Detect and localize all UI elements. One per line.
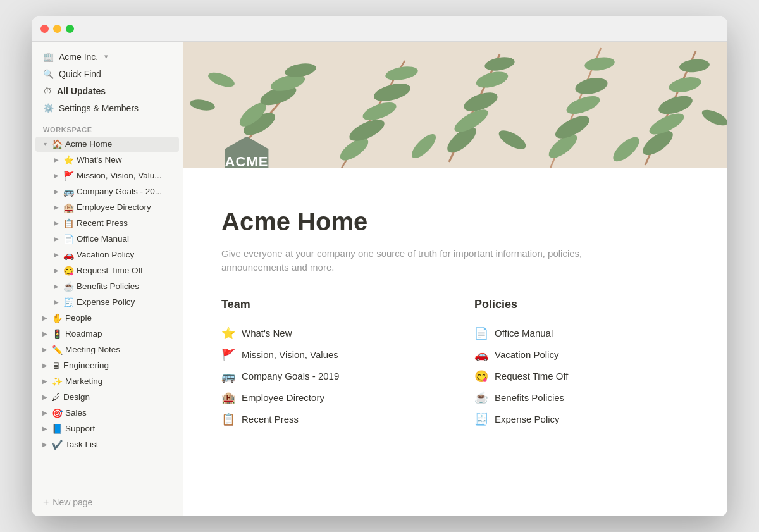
quick-find-label: Quick Find: [59, 69, 101, 79]
sidebar-item-employee-directory[interactable]: ▶ 🏨 Employee Directory: [47, 200, 179, 215]
sidebar-item-sales[interactable]: ▶ 🎯 Sales: [35, 405, 179, 421]
team-link-mission[interactable]: 🚩 Mission, Vision, Values: [221, 344, 436, 366]
emp-dir-content-emoji: 🏨: [221, 391, 235, 405]
benefits-content-emoji: ☕: [474, 391, 488, 405]
mission-chevron: ▶: [52, 172, 61, 179]
acme-home-chevron: ▾: [40, 140, 49, 147]
whats-new-emoji: ⭐: [63, 155, 74, 165]
policies-link-office-manual[interactable]: 📄 Office Manual: [474, 323, 689, 344]
policies-column-title: Policies: [474, 298, 689, 311]
sidebar-item-people[interactable]: ▶ ✋ People: [35, 311, 179, 326]
sidebar-top: 🏢 Acme Inc. ▾ 🔍 Quick Find ⏱ All Updates…: [32, 42, 183, 121]
team-link-recent-press[interactable]: 📋 Recent Press: [221, 409, 436, 430]
main-content: ACME Acme Home Give everyone at your com…: [183, 42, 727, 516]
policies-link-benefits[interactable]: ☕ Benefits Policies: [474, 387, 689, 409]
all-updates-item[interactable]: ⏱ All Updates: [35, 83, 179, 99]
expense-label: Expense Policy: [77, 297, 135, 307]
goals-content-label: Company Goals - 2019: [242, 371, 339, 381]
page-title: Acme Home: [221, 206, 689, 237]
sidebar: 🏢 Acme Inc. ▾ 🔍 Quick Find ⏱ All Updates…: [32, 42, 183, 516]
workspace-name-item[interactable]: 🏢 Acme Inc. ▾: [35, 49, 179, 65]
task-list-emoji: ✔️: [52, 440, 63, 450]
sidebar-item-expense-policy[interactable]: ▶ 🧾 Expense Policy: [47, 295, 179, 310]
plus-icon: +: [43, 497, 49, 508]
support-emoji: 📘: [52, 424, 63, 434]
office-content-emoji: 📄: [474, 326, 488, 340]
workspace-chevron: ▾: [104, 53, 108, 61]
sidebar-item-recent-press[interactable]: ▶ 📋 Recent Press: [47, 216, 179, 231]
sidebar-item-office-manual[interactable]: ▶ 📄 Office Manual: [47, 232, 179, 247]
whats-new-chevron: ▶: [52, 156, 61, 163]
time-off-chevron: ▶: [52, 267, 61, 274]
sales-chevron: ▶: [40, 409, 49, 416]
recent-press-emoji: 📋: [63, 218, 74, 228]
workspace-name-label: Acme Inc.: [59, 52, 98, 62]
traffic-lights: [40, 25, 74, 33]
expense-chevron: ▶: [52, 299, 61, 306]
policies-link-vacation[interactable]: 🚗 Vacation Policy: [474, 344, 689, 366]
minimize-button[interactable]: [53, 25, 61, 33]
sidebar-item-benefits-policies[interactable]: ▶ ☕ Benefits Policies: [47, 279, 179, 294]
sales-emoji: 🎯: [52, 408, 63, 418]
company-goals-chevron: ▶: [52, 188, 61, 195]
timeoff-content-label: Request Time Off: [495, 371, 568, 381]
team-link-whats-new[interactable]: ⭐ What's New: [221, 323, 436, 344]
team-column-title: Team: [221, 298, 436, 311]
employee-dir-chevron: ▶: [52, 204, 61, 211]
company-goals-emoji: 🚌: [63, 187, 74, 197]
sidebar-item-request-time-off[interactable]: ▶ 😋 Request Time Off: [47, 263, 179, 278]
design-emoji: 🖊: [52, 392, 61, 402]
sidebar-item-support[interactable]: ▶ 📘 Support: [35, 421, 179, 436]
vacation-emoji: 🚗: [63, 250, 74, 260]
new-page-label: New page: [52, 497, 92, 507]
policies-link-expense[interactable]: 🧾 Expense Policy: [474, 409, 689, 430]
goals-content-emoji: 🚌: [221, 369, 235, 383]
whats-new-content-emoji: ⭐: [221, 326, 235, 340]
expense-emoji: 🧾: [63, 297, 74, 307]
recent-press-label: Recent Press: [77, 218, 128, 228]
people-emoji: ✋: [52, 313, 63, 323]
mission-label: Mission, Vision, Valu...: [77, 171, 162, 180]
sidebar-item-marketing[interactable]: ▶ ✨ Marketing: [35, 374, 179, 389]
time-off-label: Request Time Off: [77, 266, 143, 275]
benefits-content-label: Benefits Policies: [495, 392, 564, 403]
sidebar-item-vacation-policy[interactable]: ▶ 🚗 Vacation Policy: [47, 247, 179, 263]
sidebar-item-roadmap[interactable]: ▶ 🚦 Roadmap: [35, 326, 179, 342]
settings-label: Settings & Members: [59, 103, 139, 113]
sidebar-item-mission[interactable]: ▶ 🚩 Mission, Vision, Valu...: [47, 168, 179, 183]
time-off-emoji: 😋: [63, 266, 74, 276]
vacation-content-label: Vacation Policy: [495, 349, 558, 360]
support-label: Support: [65, 424, 95, 433]
people-chevron: ▶: [40, 314, 49, 321]
content-columns: Team ⭐ What's New 🚩 Mission, Vision, Val…: [221, 298, 689, 430]
page-description: Give everyone at your company one source…: [221, 247, 588, 275]
sidebar-item-whats-new[interactable]: ▶ ⭐ What's New: [47, 152, 179, 168]
marketing-label: Marketing: [65, 376, 102, 386]
sidebar-item-design[interactable]: ▶ 🖊 Design: [35, 390, 179, 405]
office-manual-emoji: 📄: [63, 234, 74, 244]
settings-item[interactable]: ⚙️ Settings & Members: [35, 100, 179, 116]
roadmap-label: Roadmap: [65, 329, 102, 338]
sidebar-item-acme-home[interactable]: ▾ 🏠 Acme Home: [35, 137, 179, 152]
maximize-button[interactable]: [66, 25, 74, 33]
expense-content-emoji: 🧾: [474, 412, 488, 426]
acme-home-emoji: 🏠: [52, 139, 63, 149]
close-button[interactable]: [40, 25, 49, 33]
sidebar-item-meeting-notes[interactable]: ▶ ✏️ Meeting Notes: [35, 342, 179, 357]
policies-link-time-off[interactable]: 😋 Request Time Off: [474, 366, 689, 387]
sidebar-item-task-list[interactable]: ▶ ✔️ Task List: [35, 437, 179, 452]
vacation-label: Vacation Policy: [77, 250, 134, 259]
support-chevron: ▶: [40, 425, 49, 432]
meeting-label: Meeting Notes: [65, 345, 120, 354]
settings-icon: ⚙️: [43, 103, 54, 113]
office-manual-chevron: ▶: [52, 235, 61, 242]
sidebar-item-company-goals[interactable]: ▶ 🚌 Company Goals - 20...: [47, 184, 179, 199]
design-label: Design: [63, 392, 90, 402]
benefits-emoji: ☕: [63, 281, 74, 292]
team-link-employee-directory[interactable]: 🏨 Employee Directory: [221, 387, 436, 409]
new-page-button[interactable]: + New page: [35, 493, 179, 511]
quick-find-item[interactable]: 🔍 Quick Find: [35, 66, 179, 82]
team-link-company-goals[interactable]: 🚌 Company Goals - 2019: [221, 366, 436, 387]
sidebar-item-engineering[interactable]: ▶ 🖥 Engineering: [35, 358, 179, 373]
page-icon-container: ACME: [221, 137, 272, 168]
